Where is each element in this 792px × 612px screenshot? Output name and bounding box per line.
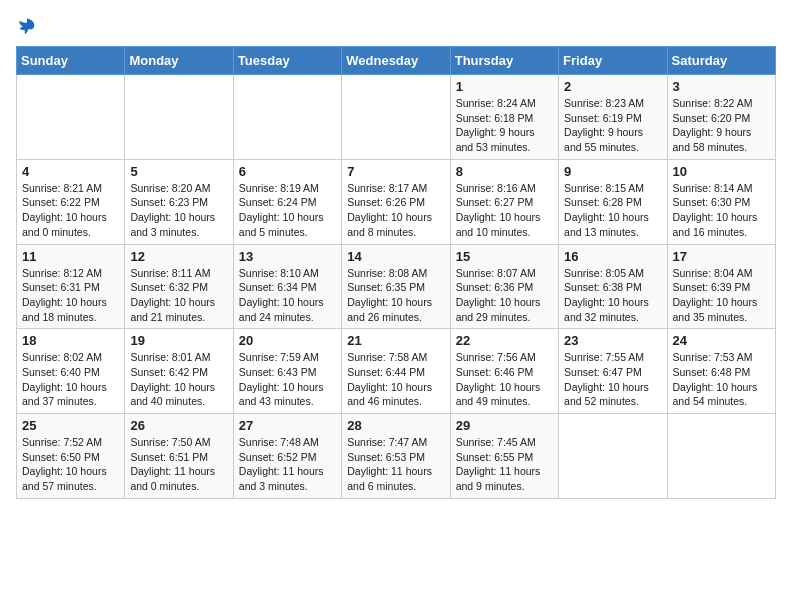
day-info: Sunrise: 8:10 AMSunset: 6:34 PMDaylight:…	[239, 266, 336, 325]
day-info: Sunrise: 7:53 AMSunset: 6:48 PMDaylight:…	[673, 350, 770, 409]
day-number: 19	[130, 333, 227, 348]
day-number: 17	[673, 249, 770, 264]
calendar-header-row: SundayMondayTuesdayWednesdayThursdayFrid…	[17, 47, 776, 75]
calendar-cell: 27Sunrise: 7:48 AMSunset: 6:52 PMDayligh…	[233, 414, 341, 499]
day-info: Sunrise: 8:23 AMSunset: 6:19 PMDaylight:…	[564, 96, 661, 155]
day-number: 3	[673, 79, 770, 94]
day-number: 21	[347, 333, 444, 348]
day-info: Sunrise: 8:21 AMSunset: 6:22 PMDaylight:…	[22, 181, 119, 240]
day-info: Sunrise: 7:48 AMSunset: 6:52 PMDaylight:…	[239, 435, 336, 494]
day-number: 5	[130, 164, 227, 179]
day-info: Sunrise: 7:45 AMSunset: 6:55 PMDaylight:…	[456, 435, 553, 494]
calendar-cell: 29Sunrise: 7:45 AMSunset: 6:55 PMDayligh…	[450, 414, 558, 499]
calendar-cell: 1Sunrise: 8:24 AMSunset: 6:18 PMDaylight…	[450, 75, 558, 160]
calendar-cell: 5Sunrise: 8:20 AMSunset: 6:23 PMDaylight…	[125, 159, 233, 244]
calendar-cell: 3Sunrise: 8:22 AMSunset: 6:20 PMDaylight…	[667, 75, 775, 160]
calendar-week-row: 18Sunrise: 8:02 AMSunset: 6:40 PMDayligh…	[17, 329, 776, 414]
calendar-week-row: 11Sunrise: 8:12 AMSunset: 6:31 PMDayligh…	[17, 244, 776, 329]
calendar-cell: 8Sunrise: 8:16 AMSunset: 6:27 PMDaylight…	[450, 159, 558, 244]
calendar-cell: 25Sunrise: 7:52 AMSunset: 6:50 PMDayligh…	[17, 414, 125, 499]
calendar-cell: 17Sunrise: 8:04 AMSunset: 6:39 PMDayligh…	[667, 244, 775, 329]
calendar-table: SundayMondayTuesdayWednesdayThursdayFrid…	[16, 46, 776, 499]
day-number: 6	[239, 164, 336, 179]
column-header-friday: Friday	[559, 47, 667, 75]
calendar-week-row: 4Sunrise: 8:21 AMSunset: 6:22 PMDaylight…	[17, 159, 776, 244]
day-info: Sunrise: 8:17 AMSunset: 6:26 PMDaylight:…	[347, 181, 444, 240]
calendar-week-row: 1Sunrise: 8:24 AMSunset: 6:18 PMDaylight…	[17, 75, 776, 160]
calendar-cell: 2Sunrise: 8:23 AMSunset: 6:19 PMDaylight…	[559, 75, 667, 160]
day-info: Sunrise: 7:58 AMSunset: 6:44 PMDaylight:…	[347, 350, 444, 409]
calendar-cell	[559, 414, 667, 499]
calendar-cell: 11Sunrise: 8:12 AMSunset: 6:31 PMDayligh…	[17, 244, 125, 329]
calendar-cell: 24Sunrise: 7:53 AMSunset: 6:48 PMDayligh…	[667, 329, 775, 414]
day-info: Sunrise: 8:01 AMSunset: 6:42 PMDaylight:…	[130, 350, 227, 409]
calendar-week-row: 25Sunrise: 7:52 AMSunset: 6:50 PMDayligh…	[17, 414, 776, 499]
day-number: 2	[564, 79, 661, 94]
day-info: Sunrise: 7:56 AMSunset: 6:46 PMDaylight:…	[456, 350, 553, 409]
column-header-saturday: Saturday	[667, 47, 775, 75]
day-number: 29	[456, 418, 553, 433]
column-header-thursday: Thursday	[450, 47, 558, 75]
calendar-cell: 9Sunrise: 8:15 AMSunset: 6:28 PMDaylight…	[559, 159, 667, 244]
day-info: Sunrise: 8:05 AMSunset: 6:38 PMDaylight:…	[564, 266, 661, 325]
day-number: 27	[239, 418, 336, 433]
day-number: 12	[130, 249, 227, 264]
day-number: 13	[239, 249, 336, 264]
calendar-cell	[233, 75, 341, 160]
calendar-cell	[125, 75, 233, 160]
day-info: Sunrise: 8:12 AMSunset: 6:31 PMDaylight:…	[22, 266, 119, 325]
calendar-cell: 10Sunrise: 8:14 AMSunset: 6:30 PMDayligh…	[667, 159, 775, 244]
day-number: 26	[130, 418, 227, 433]
day-number: 1	[456, 79, 553, 94]
day-number: 16	[564, 249, 661, 264]
column-header-wednesday: Wednesday	[342, 47, 450, 75]
calendar-cell	[17, 75, 125, 160]
day-number: 18	[22, 333, 119, 348]
day-number: 8	[456, 164, 553, 179]
calendar-cell: 28Sunrise: 7:47 AMSunset: 6:53 PMDayligh…	[342, 414, 450, 499]
column-header-tuesday: Tuesday	[233, 47, 341, 75]
calendar-cell: 12Sunrise: 8:11 AMSunset: 6:32 PMDayligh…	[125, 244, 233, 329]
calendar-cell: 21Sunrise: 7:58 AMSunset: 6:44 PMDayligh…	[342, 329, 450, 414]
calendar-cell: 6Sunrise: 8:19 AMSunset: 6:24 PMDaylight…	[233, 159, 341, 244]
day-info: Sunrise: 8:20 AMSunset: 6:23 PMDaylight:…	[130, 181, 227, 240]
day-number: 4	[22, 164, 119, 179]
day-info: Sunrise: 8:15 AMSunset: 6:28 PMDaylight:…	[564, 181, 661, 240]
calendar-cell	[342, 75, 450, 160]
calendar-cell	[667, 414, 775, 499]
day-number: 14	[347, 249, 444, 264]
day-info: Sunrise: 7:55 AMSunset: 6:47 PMDaylight:…	[564, 350, 661, 409]
day-number: 7	[347, 164, 444, 179]
day-number: 15	[456, 249, 553, 264]
day-info: Sunrise: 8:14 AMSunset: 6:30 PMDaylight:…	[673, 181, 770, 240]
column-header-sunday: Sunday	[17, 47, 125, 75]
day-info: Sunrise: 8:02 AMSunset: 6:40 PMDaylight:…	[22, 350, 119, 409]
column-header-monday: Monday	[125, 47, 233, 75]
day-info: Sunrise: 7:47 AMSunset: 6:53 PMDaylight:…	[347, 435, 444, 494]
calendar-cell: 23Sunrise: 7:55 AMSunset: 6:47 PMDayligh…	[559, 329, 667, 414]
calendar-cell: 16Sunrise: 8:05 AMSunset: 6:38 PMDayligh…	[559, 244, 667, 329]
day-info: Sunrise: 8:08 AMSunset: 6:35 PMDaylight:…	[347, 266, 444, 325]
day-info: Sunrise: 8:19 AMSunset: 6:24 PMDaylight:…	[239, 181, 336, 240]
day-number: 24	[673, 333, 770, 348]
day-info: Sunrise: 7:59 AMSunset: 6:43 PMDaylight:…	[239, 350, 336, 409]
day-info: Sunrise: 8:24 AMSunset: 6:18 PMDaylight:…	[456, 96, 553, 155]
day-number: 23	[564, 333, 661, 348]
day-number: 28	[347, 418, 444, 433]
day-info: Sunrise: 8:11 AMSunset: 6:32 PMDaylight:…	[130, 266, 227, 325]
calendar-cell: 19Sunrise: 8:01 AMSunset: 6:42 PMDayligh…	[125, 329, 233, 414]
day-info: Sunrise: 8:16 AMSunset: 6:27 PMDaylight:…	[456, 181, 553, 240]
day-number: 10	[673, 164, 770, 179]
calendar-cell: 7Sunrise: 8:17 AMSunset: 6:26 PMDaylight…	[342, 159, 450, 244]
bird-icon	[16, 16, 38, 38]
calendar-cell: 26Sunrise: 7:50 AMSunset: 6:51 PMDayligh…	[125, 414, 233, 499]
calendar-cell: 20Sunrise: 7:59 AMSunset: 6:43 PMDayligh…	[233, 329, 341, 414]
day-number: 9	[564, 164, 661, 179]
calendar-cell: 18Sunrise: 8:02 AMSunset: 6:40 PMDayligh…	[17, 329, 125, 414]
calendar-cell: 22Sunrise: 7:56 AMSunset: 6:46 PMDayligh…	[450, 329, 558, 414]
calendar-cell: 15Sunrise: 8:07 AMSunset: 6:36 PMDayligh…	[450, 244, 558, 329]
day-number: 25	[22, 418, 119, 433]
page-header	[16, 16, 776, 38]
logo	[16, 16, 42, 38]
day-info: Sunrise: 8:04 AMSunset: 6:39 PMDaylight:…	[673, 266, 770, 325]
